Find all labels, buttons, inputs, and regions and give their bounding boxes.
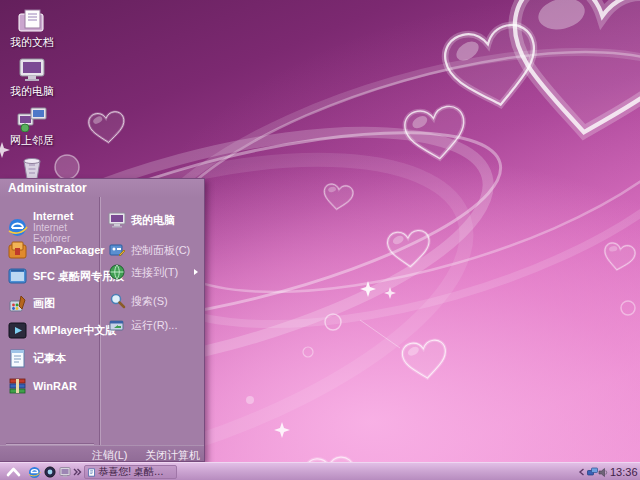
task-button-label: 恭喜您! 桌酷主题已经...	[98, 465, 173, 479]
desktop-icon-label: 我的电脑	[2, 85, 62, 97]
control-panel-icon	[108, 241, 126, 259]
start-menu-item-connect-to[interactable]: 连接到(T)	[108, 263, 202, 281]
start-menu-item-my-computer[interactable]: 我的电脑	[108, 211, 202, 229]
wallpaper-heart	[318, 179, 358, 216]
taskbar: 恭喜您! 桌酷主题已经... 13:36	[0, 462, 640, 480]
tray-network-icon[interactable]	[587, 464, 598, 480]
start-menu-item-run[interactable]: 运行(R)...	[108, 316, 202, 334]
start-menu-item-control-panel[interactable]: 控制面板(C)	[108, 241, 202, 259]
internet-explorer-icon	[28, 466, 41, 479]
desktop-icon-network-places[interactable]: 网上邻居	[2, 106, 62, 146]
quicklaunch-media-player[interactable]	[44, 464, 56, 480]
start-menu-item-label: 连接到(T)	[131, 267, 178, 278]
taskbar-task-button[interactable]: 恭喜您! 桌酷主题已经...	[84, 465, 177, 479]
desktop-icon-label: 网上邻居	[2, 134, 62, 146]
connect-to-icon	[108, 263, 126, 281]
taskbar-clock[interactable]: 13:36	[610, 464, 638, 480]
my-computer-icon	[108, 211, 126, 229]
wallpaper-heart	[394, 96, 478, 174]
search-icon	[108, 292, 126, 310]
quicklaunch-overflow-chevron-icon[interactable]	[73, 464, 82, 480]
wallpaper-heart	[597, 237, 640, 278]
start-menu-item-label: 我的电脑	[131, 215, 175, 226]
quicklaunch-show-desktop[interactable]	[59, 464, 71, 480]
tray-collapse-chevron-icon[interactable]	[578, 464, 585, 480]
desktop-icon-my-documents[interactable]: 我的文档	[2, 8, 62, 48]
start-menu-item-search[interactable]: 搜索(S)	[108, 292, 202, 310]
run-icon	[108, 316, 126, 334]
my-computer-icon	[17, 57, 47, 83]
start-menu-right-column: 我的电脑 控制面板(C) 连接到(T)	[0, 197, 204, 445]
tray-volume-icon[interactable]	[598, 464, 608, 480]
quicklaunch-internet-explorer[interactable]	[28, 464, 41, 480]
submenu-arrow-icon	[194, 269, 198, 275]
start-menu-item-label: 搜索(S)	[131, 296, 168, 307]
desktop-icon-my-computer[interactable]: 我的电脑	[2, 57, 62, 97]
start-menu-item-label: 运行(R)...	[131, 320, 177, 331]
start-menu: Administrator Internet Internet Explorer	[0, 178, 205, 462]
desktop-wallpaper: 我的文档 我的电脑 网上邻居	[0, 0, 640, 480]
my-documents-icon	[17, 8, 47, 34]
start-chevron-icon	[6, 467, 21, 477]
desktop-icons: 我的文档 我的电脑 网上邻居	[2, 8, 62, 190]
start-button[interactable]	[6, 464, 24, 480]
media-player-icon	[44, 466, 56, 478]
wallpaper-heart	[83, 106, 131, 150]
start-menu-item-label: 控制面板(C)	[131, 245, 190, 256]
desktop-icon-label: 我的文档	[2, 36, 62, 48]
show-desktop-icon	[59, 466, 71, 478]
logoff-button[interactable]: 注销(L)	[92, 448, 127, 463]
wallpaper-heart	[474, 0, 640, 175]
wallpaper-heart	[395, 332, 455, 388]
network-places-icon	[17, 106, 47, 132]
start-menu-footer: 注销(L) 关闭计算机(U)	[0, 445, 204, 461]
start-menu-user: Administrator	[0, 179, 204, 197]
wallpaper-heart	[381, 224, 437, 275]
document-icon	[88, 467, 95, 478]
